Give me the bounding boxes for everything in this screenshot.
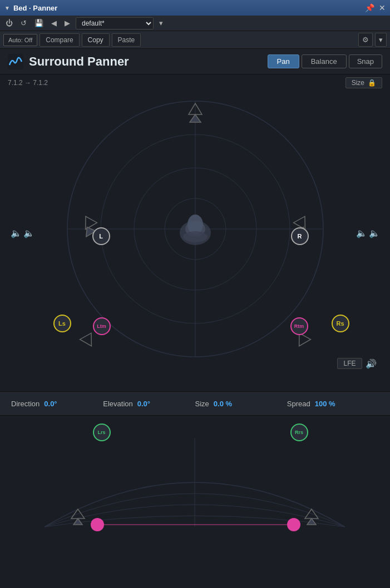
svg-marker-9 (80, 213, 97, 229)
format-label: 7.1.2 → 7.1.2 (8, 79, 48, 87)
speaker-R[interactable]: R (291, 227, 309, 245)
save-button[interactable]: 💾 (32, 18, 46, 28)
toolbar-row1: ⏻ ↺ 💾 ◀ ▶ default* ▾ (0, 16, 390, 31)
speaker-Ltm[interactable]: Ltm (93, 317, 111, 335)
speaker-Rs-label: Rs (336, 320, 344, 327)
speaker-Rrs-label: Rrs (295, 430, 303, 435)
speaker-L[interactable]: L (92, 227, 110, 245)
plugin-header: Surround Panner Pan Balance Snap (0, 49, 390, 74)
svg-marker-13 (80, 330, 97, 346)
close-button[interactable]: ✕ (379, 3, 386, 12)
title-bar-left: ▼ Bed · Panner (4, 4, 57, 12)
elevation-value[interactable]: 0.0° (137, 400, 150, 408)
left-speaker-icon-1: 🔈 (11, 228, 22, 238)
speaker-Rtm[interactable]: Rtm (290, 317, 308, 335)
toolbar-row2: Auto: Off Compare Copy Paste ⚙ ▾ (0, 31, 390, 49)
waves-logo (8, 54, 23, 69)
direction-label: Direction (11, 400, 40, 408)
left-speaker-icon-2: 🔈 (23, 228, 34, 238)
preset-dropdown[interactable]: default* (76, 17, 154, 29)
speaker-Rtm-label: Rtm (294, 323, 304, 329)
speaker-R-label: R (298, 233, 302, 240)
size-lock-button[interactable]: Size 🔒 (345, 77, 382, 88)
right-speaker-icon-1: 🔈 (356, 228, 367, 238)
copy-button[interactable]: Copy (82, 33, 110, 47)
speaker-Lrs[interactable]: Lrs (93, 423, 111, 441)
compare-button[interactable]: Compare (40, 33, 79, 47)
size-label: Size (352, 79, 364, 87)
panner-info-bar: 7.1.2 → 7.1.2 Size 🔒 (0, 74, 390, 91)
plugin-logo-area: Surround Panner (8, 54, 129, 69)
title-bar: ▼ Bed · Panner 📌 ✕ (0, 0, 390, 16)
speaker-Rrs[interactable]: Rrs (290, 423, 308, 441)
size-status-value[interactable]: 0.0 % (214, 400, 232, 408)
forward-button[interactable]: ▶ (62, 18, 72, 28)
undo-button[interactable]: ↺ (18, 18, 29, 28)
snap-button[interactable]: Snap (349, 54, 382, 68)
svg-point-18 (183, 231, 208, 242)
settings-button[interactable]: ⚙ (358, 33, 373, 47)
spread-item: Spread 100 % (287, 400, 379, 408)
svg-marker-11 (293, 213, 310, 229)
elevation-item: Elevation 0.0° (103, 400, 195, 408)
lfe-area: LFE 🔊 (337, 358, 376, 369)
back-button[interactable]: ◀ (49, 18, 59, 28)
left-speaker-icons: 🔈 🔈 (11, 228, 34, 238)
spread-value[interactable]: 100 % (315, 400, 335, 408)
speaker-Rs[interactable]: Rs (332, 315, 349, 332)
speaker-Ls[interactable]: Ls (53, 315, 71, 332)
elevation-svg[interactable] (0, 416, 390, 549)
window-title: Bed · Panner (13, 4, 57, 12)
speaker-Lrs-label: Lrs (97, 430, 105, 435)
pan-mode-button[interactable]: Pan (268, 54, 299, 68)
status-bar: Direction 0.0° Elevation 0.0° Size 0.0 %… (0, 391, 390, 416)
size-item: Size 0.0 % (195, 400, 287, 408)
lfe-speaker-icon: 🔊 (366, 358, 377, 369)
speaker-L-label: L (99, 233, 103, 240)
title-bar-right: 📌 ✕ (365, 3, 386, 12)
mode-buttons: Pan Balance Snap (268, 54, 383, 68)
elevation-label: Elevation (103, 400, 132, 408)
panner-area: 7.1.2 → 7.1.2 Size 🔒 (0, 74, 390, 391)
plugin-title: Surround Panner (29, 54, 129, 69)
collapse-icon[interactable]: ▼ (4, 5, 10, 11)
paste-button[interactable]: Paste (112, 33, 141, 47)
size-status-label: Size (195, 400, 209, 408)
elevation-display (0, 416, 390, 549)
lfe-button[interactable]: LFE (337, 358, 362, 369)
power-button[interactable]: ⏻ (3, 18, 15, 28)
speaker-Ltm-label: Ltm (97, 323, 106, 329)
right-speaker-icon-2: 🔈 (369, 228, 380, 238)
right-speaker-icons: 🔈 🔈 (356, 228, 380, 238)
pin-button[interactable]: 📌 (365, 3, 374, 12)
balance-mode-button[interactable]: Balance (302, 54, 347, 68)
svg-marker-8 (190, 114, 201, 122)
direction-value[interactable]: 0.0° (44, 400, 57, 408)
auto-off-button[interactable]: Auto: Off (3, 34, 37, 46)
spread-label: Spread (287, 400, 310, 408)
dropdown-arrow[interactable]: ▾ (157, 18, 165, 28)
panner-canvas: L R Ls Rs Ltm Rtm Lrs Rrs 🔈 (6, 91, 384, 375)
direction-item: Direction 0.0° (11, 400, 103, 408)
lock-icon: 🔒 (368, 79, 376, 87)
more-button[interactable]: ▾ (375, 33, 387, 47)
speaker-Ls-label: Ls (58, 320, 66, 327)
